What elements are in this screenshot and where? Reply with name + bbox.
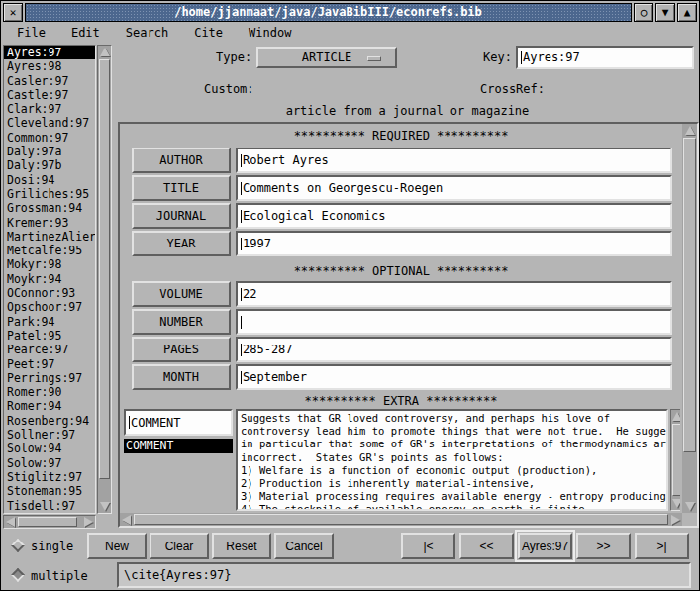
window-title[interactable]: /home/jjanmaat/java/JavaBibIII/econrefs.… bbox=[25, 3, 632, 22]
nav-button[interactable]: Ayres:97 bbox=[518, 533, 572, 559]
key-input[interactable]: Ayres:97 bbox=[516, 46, 694, 69]
reference-list-item[interactable]: Pearce:97 bbox=[4, 343, 95, 356]
reference-list[interactable]: Ayres:97Ayres:98Casler:97Castle:97Clark:… bbox=[3, 45, 96, 514]
field-label-button[interactable]: NUMBER bbox=[132, 309, 231, 335]
extra-field-input[interactable]: COMMENT bbox=[124, 409, 233, 436]
menu-item[interactable]: Cite bbox=[188, 25, 229, 41]
reference-list-item[interactable]: Romer:90 bbox=[4, 385, 95, 399]
field-label-button[interactable]: VOLUME bbox=[132, 281, 231, 307]
field-input[interactable]: 1997 bbox=[236, 231, 672, 256]
nav-button[interactable]: >> bbox=[576, 533, 631, 559]
single-mode-radio[interactable] bbox=[11, 539, 25, 552]
reference-list-item[interactable]: Opschoor:97 bbox=[4, 300, 95, 314]
menu-item[interactable]: Edit bbox=[65, 25, 106, 41]
scrollbar-thumb[interactable] bbox=[683, 138, 696, 452]
reference-list-item[interactable]: Kremer:93 bbox=[4, 216, 95, 230]
field-input[interactable]: 285-287 bbox=[236, 337, 672, 362]
field-label-button[interactable]: PAGES bbox=[132, 337, 231, 362]
field-label-button[interactable]: TITLE bbox=[132, 175, 231, 201]
reference-list-item[interactable]: Ayres:97 bbox=[4, 46, 95, 59]
menu-item[interactable]: File bbox=[11, 25, 51, 41]
single-mode-label[interactable]: single bbox=[31, 540, 73, 553]
field-label-button[interactable]: JOURNAL bbox=[132, 203, 231, 229]
reference-list-item[interactable]: Stiglitz:97 bbox=[4, 470, 95, 484]
multiple-mode-radio[interactable] bbox=[11, 568, 25, 582]
reference-list-item[interactable]: Rosenberg:94 bbox=[4, 414, 95, 428]
iconify-icon[interactable]: ○ bbox=[634, 3, 653, 22]
field-label-button[interactable]: MONTH bbox=[132, 364, 231, 390]
form-vertical-scrollbar[interactable] bbox=[682, 124, 697, 513]
reference-list-item[interactable]: Metcalfe:95 bbox=[4, 244, 95, 257]
reference-list-item[interactable]: Solow:97 bbox=[4, 456, 95, 470]
action-button[interactable]: New bbox=[87, 533, 147, 559]
scroll-down-icon[interactable] bbox=[98, 502, 111, 511]
type-dropdown[interactable]: ARTICLE bbox=[256, 47, 397, 68]
reference-list-item[interactable]: Stoneman:95 bbox=[4, 484, 95, 498]
reference-list-item[interactable]: Ayres:98 bbox=[4, 59, 95, 73]
sidebar-horizontal-scrollbar[interactable] bbox=[3, 515, 96, 529]
reference-list-item[interactable]: Tisdell:97 bbox=[4, 499, 95, 513]
extra-field-list-item[interactable]: COMMENT bbox=[124, 439, 233, 453]
field-input[interactable]: Comments on Georgescu-Roegen bbox=[236, 175, 672, 201]
scrollbar-thumb[interactable] bbox=[18, 517, 77, 527]
reference-list-item[interactable]: Patel:95 bbox=[4, 329, 95, 343]
scrollbar-thumb[interactable] bbox=[99, 59, 110, 479]
scroll-down-icon[interactable] bbox=[671, 499, 680, 508]
scroll-left-icon[interactable] bbox=[6, 516, 15, 528]
action-button[interactable]: Clear bbox=[150, 533, 209, 559]
reference-list-item[interactable]: Common:97 bbox=[4, 131, 95, 145]
reference-list-item[interactable]: Peet:97 bbox=[4, 357, 95, 371]
reference-list-item[interactable]: MartinezAlier:97 bbox=[4, 230, 95, 244]
comment-textarea[interactable]: Suggests that GR loved controversy, and … bbox=[236, 409, 668, 511]
scroll-up-icon[interactable] bbox=[671, 412, 680, 421]
scroll-up-icon[interactable] bbox=[98, 48, 111, 56]
field-input[interactable]: September bbox=[236, 364, 672, 390]
lower-icon[interactable]: ▼ bbox=[655, 3, 675, 22]
reference-list-item[interactable]: Griliches:95 bbox=[4, 187, 95, 201]
form-horizontal-scrollbar[interactable] bbox=[120, 513, 682, 526]
field-input[interactable] bbox=[236, 309, 672, 335]
nav-button[interactable]: >| bbox=[635, 533, 689, 559]
action-button[interactable]: Reset bbox=[212, 533, 271, 559]
field-label-button[interactable]: AUTHOR bbox=[132, 148, 231, 173]
menu-item[interactable]: Window bbox=[243, 25, 297, 41]
field-input[interactable]: 22 bbox=[236, 281, 672, 307]
field-input[interactable]: Robert Ayres bbox=[236, 148, 672, 173]
action-button[interactable]: Cancel bbox=[274, 533, 334, 559]
reference-list-item[interactable]: Daly:97a bbox=[4, 145, 95, 158]
titlebar[interactable]: ✕ /home/jjanmaat/java/JavaBibIII/econref… bbox=[3, 3, 697, 22]
reference-list-item[interactable]: OConnor:93 bbox=[4, 286, 95, 300]
nav-button[interactable]: |< bbox=[401, 533, 455, 559]
multiple-mode-label[interactable]: multiple bbox=[31, 569, 88, 583]
scroll-left-icon[interactable] bbox=[122, 513, 131, 526]
reference-list-item[interactable]: Sollner:97 bbox=[4, 428, 95, 442]
comment-vertical-scrollbar[interactable] bbox=[670, 409, 680, 511]
scroll-right-icon[interactable] bbox=[84, 516, 93, 528]
reference-list-item[interactable]: Park:94 bbox=[4, 315, 95, 329]
reference-list-item[interactable]: Daly:97b bbox=[4, 158, 95, 172]
reference-list-item[interactable]: Moykr:94 bbox=[4, 272, 95, 286]
scrollbar-thumb[interactable] bbox=[672, 424, 680, 496]
reference-list-item[interactable]: Solow:94 bbox=[4, 442, 95, 455]
scroll-right-icon[interactable] bbox=[671, 513, 680, 526]
field-input[interactable]: Ecological Economics bbox=[236, 203, 672, 229]
reference-list-item[interactable]: Dosi:94 bbox=[4, 173, 95, 187]
scroll-up-icon[interactable] bbox=[682, 126, 697, 135]
reference-list-item[interactable]: Mokyr:98 bbox=[4, 257, 95, 271]
nav-button[interactable]: << bbox=[459, 533, 514, 559]
reference-list-item[interactable]: Castle:97 bbox=[4, 88, 95, 102]
reference-list-item[interactable]: Clark:97 bbox=[4, 102, 95, 116]
reference-list-item[interactable]: Casler:97 bbox=[4, 74, 95, 88]
close-icon[interactable]: ✕ bbox=[3, 3, 23, 22]
field-label-button[interactable]: YEAR bbox=[132, 231, 231, 256]
reference-list-item[interactable]: Perrings:97 bbox=[4, 371, 95, 385]
sidebar-vertical-scrollbar[interactable] bbox=[97, 45, 112, 514]
cite-input[interactable]: \cite{Ayres:97} bbox=[117, 562, 691, 588]
scroll-down-icon[interactable] bbox=[682, 502, 697, 511]
reference-list-item[interactable]: Romer:94 bbox=[4, 399, 95, 413]
scrollbar-thumb[interactable] bbox=[134, 514, 668, 525]
extra-field-list[interactable]: COMMENT bbox=[124, 439, 233, 511]
reference-list-item[interactable]: Grossman:94 bbox=[4, 201, 95, 215]
maximize-icon[interactable]: ▲ bbox=[677, 3, 697, 22]
reference-list-item[interactable]: Cleveland:97 bbox=[4, 116, 95, 130]
